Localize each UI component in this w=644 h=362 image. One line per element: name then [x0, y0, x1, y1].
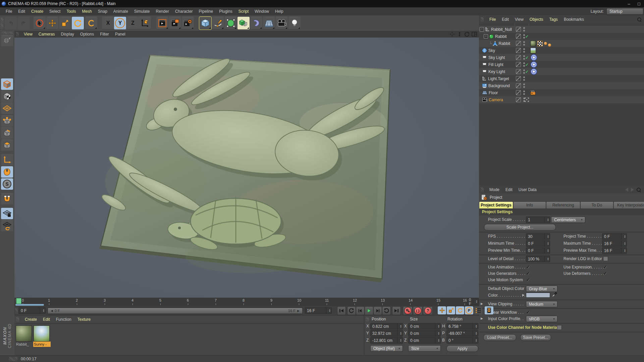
point-level-animation-toggle[interactable]	[474, 306, 482, 314]
compositing-clapper-tag-icon[interactable]	[530, 90, 536, 95]
menu-edit[interactable]: Edit	[15, 9, 28, 14]
texture-tag-icon[interactable]	[530, 41, 536, 46]
sidebar-grip[interactable]	[1, 32, 13, 34]
render-lod-checkbox[interactable]	[603, 256, 608, 261]
tree-row-sky-light[interactable]: Sky Light ✓	[479, 54, 644, 61]
am-menu-user-data[interactable]: User Data	[516, 187, 540, 192]
tab-referencing[interactable]: Referencing	[546, 202, 580, 208]
enable-axis-button[interactable]	[1, 154, 13, 166]
color-swatch[interactable]	[526, 293, 550, 298]
node-material-checkbox[interactable]	[557, 325, 562, 330]
viewport-solo-button[interactable]	[1, 166, 13, 178]
phong-tag-icon[interactable]	[544, 42, 547, 45]
rotation-b-field[interactable]: 0 °	[446, 337, 478, 344]
visibility-dots[interactable]	[523, 48, 525, 53]
status-grip[interactable]	[9, 357, 17, 361]
input-profile-expand-icon[interactable]: ▶	[481, 317, 483, 320]
add-spline-button[interactable]	[212, 17, 224, 29]
keyframe-selection-button[interactable]: ?	[423, 306, 433, 315]
make-editable-button[interactable]	[1, 35, 13, 46]
undo-button[interactable]	[5, 17, 17, 29]
add-light-button[interactable]	[288, 17, 301, 29]
add-deformer-button[interactable]	[250, 17, 262, 29]
viewport-toggle-layout-icon[interactable]	[472, 32, 477, 37]
menu-pipeline[interactable]: Pipeline	[196, 9, 216, 14]
om-menu-tags[interactable]: Tags	[546, 17, 561, 22]
linear-workflow-check[interactable]: ✓	[526, 310, 530, 315]
target-tag-icon[interactable]	[531, 54, 537, 61]
layer-toggle[interactable]	[516, 41, 521, 46]
active-camera-tag-icon[interactable]	[525, 98, 529, 102]
compositing-tag-icon[interactable]	[537, 41, 543, 46]
tree-row-background[interactable]: Background	[479, 82, 644, 89]
visibility-dots[interactable]	[523, 62, 525, 67]
menu-help[interactable]: Help	[272, 9, 286, 14]
redo-button[interactable]	[17, 17, 30, 29]
attribute-manager-grip[interactable]	[481, 187, 484, 192]
save-preset-button[interactable]: Save Preset...	[520, 334, 551, 341]
om-menu-edit[interactable]: Edit	[499, 17, 512, 22]
rotation-h-field[interactable]: 6.758 °	[446, 323, 478, 329]
apply-button[interactable]: Apply	[446, 345, 478, 352]
menu-script[interactable]: Script	[235, 9, 252, 14]
render-view-button[interactable]	[156, 17, 168, 29]
add-floor-button[interactable]	[263, 17, 275, 29]
toolbar-grip[interactable]	[1, 17, 3, 29]
om-menu-file[interactable]: File	[486, 17, 499, 22]
om-menu-objects[interactable]: Objects	[527, 17, 546, 22]
last-tool-button[interactable]	[85, 17, 97, 29]
add-generator-button[interactable]	[237, 17, 250, 29]
lock-x-axis-button[interactable]: X	[102, 17, 114, 29]
tree-row-floor[interactable]: Floor	[479, 89, 644, 96]
size-mode-dropdown[interactable]: Size	[408, 345, 441, 352]
tree-row-rabbit-mesh[interactable]: └ Rabbit	[479, 40, 644, 47]
menu-file[interactable]: File	[3, 9, 15, 14]
use-expression-check[interactable]: ✓	[603, 264, 607, 269]
menu-snap[interactable]: Snap	[95, 9, 110, 14]
next-key-button[interactable]	[382, 306, 391, 315]
material-rabbit-thumbnail[interactable]	[16, 325, 32, 342]
texture-tag-icon[interactable]	[530, 48, 536, 53]
menu-simulate[interactable]: Simulate	[131, 9, 153, 14]
visibility-dots[interactable]	[523, 69, 525, 74]
viewport-menu-view[interactable]: View	[21, 32, 36, 37]
mat-menu-create[interactable]: Create	[22, 317, 40, 322]
om-menu-bookmarks[interactable]: Bookmarks	[561, 17, 587, 22]
visibility-dots[interactable]	[523, 34, 525, 39]
scale-project-button[interactable]: Scale Project...	[484, 224, 556, 231]
tree-row-rabbit-null[interactable]: − 0 Rabbit_Null	[479, 26, 644, 33]
lock-y-axis-button[interactable]: Y	[114, 17, 126, 29]
coordinates-grip[interactable]	[366, 317, 369, 321]
rotation-p-field[interactable]: -69.007 °	[446, 330, 478, 337]
eyedropper-icon[interactable]	[552, 292, 557, 297]
viewport-rotate-icon[interactable]	[464, 32, 470, 37]
use-motion-check[interactable]: ✓	[526, 277, 530, 282]
visibility-dots[interactable]	[523, 90, 525, 95]
default-color-dropdown[interactable]: Gray-Blue	[526, 286, 557, 292]
viewport-menu-options[interactable]: Options	[77, 32, 97, 37]
range-start-field[interactable]: 0 F	[19, 307, 46, 314]
polygons-mode-button[interactable]	[1, 139, 13, 151]
mat-menu-texture[interactable]: Texture	[74, 317, 94, 322]
maximize-button[interactable]: □	[634, 0, 644, 7]
menu-character[interactable]: Character	[172, 9, 196, 14]
project-scale-unit-dropdown[interactable]: Centimeters	[551, 217, 585, 223]
live-selection-button[interactable]	[34, 17, 46, 29]
material-sunny-label[interactable]: Sunny -	[33, 342, 51, 347]
collapse-icon[interactable]: −	[484, 34, 488, 39]
coordinate-system-button[interactable]	[139, 17, 151, 29]
mat-menu-edit[interactable]: Edit	[40, 317, 53, 322]
minimize-button[interactable]: –	[624, 0, 634, 7]
render-picture-viewer-button[interactable]	[169, 17, 181, 29]
layer-toggle[interactable]	[516, 90, 521, 95]
om-menu-view[interactable]: View	[512, 17, 527, 22]
viewport-3d-canvas[interactable]	[14, 38, 479, 298]
position-x-field[interactable]: 0.622 cm	[370, 323, 403, 329]
use-deformers-check[interactable]: ✓	[603, 271, 607, 276]
tab-info[interactable]: Info	[514, 202, 546, 208]
tab-project-settings[interactable]: Project Settings	[479, 202, 513, 208]
material-sunny-thumbnail[interactable]	[34, 325, 50, 342]
workplane-mode-button[interactable]	[1, 103, 13, 114]
record-parameter-toggle[interactable]: P	[465, 306, 473, 314]
coordinate-mode-dropdown[interactable]: Object (Rel)	[370, 345, 403, 352]
